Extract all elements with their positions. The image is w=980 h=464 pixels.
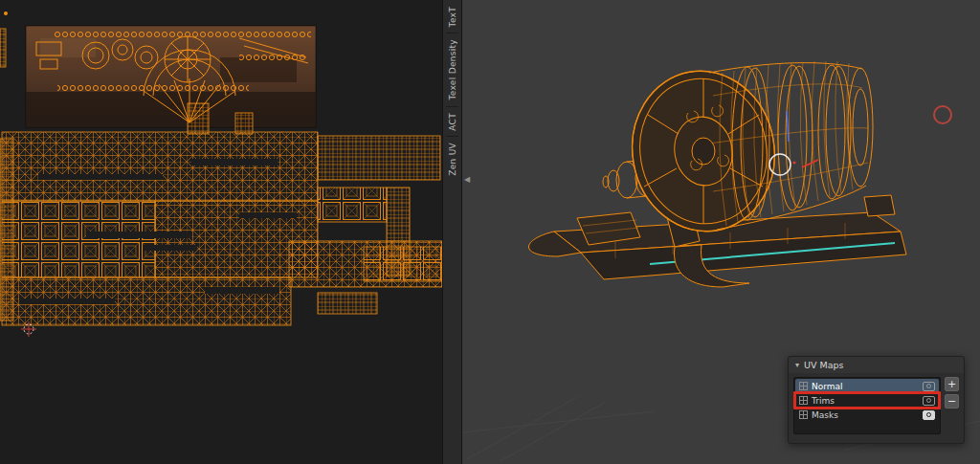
panel-expand-icon[interactable]: ▾ [795, 361, 799, 369]
remove-uv-map-button[interactable]: − [945, 394, 959, 409]
uv-map-row-masks[interactable]: Masks [795, 408, 939, 422]
uvmap-grid-icon [799, 382, 808, 390]
blender-window: TexT Texel Density ACT Zen UV ◀ [0, 0, 980, 464]
sidebar-tab-strip: TexT Texel Density ACT Zen UV [442, 0, 462, 464]
uv-wireframe [0, 0, 442, 464]
annotation-circle [934, 106, 951, 123]
uvmap-grid-icon [799, 396, 808, 405]
uvmap-grid-icon [799, 410, 808, 419]
uv-maps-panel-header[interactable]: ▾ UV Maps [789, 357, 964, 373]
uv-maps-operations: + − [945, 377, 959, 434]
model-wireframe [529, 59, 907, 287]
sidebar-tabs: TexT Texel Density ACT Zen UV [443, 0, 461, 182]
uv-map-label: Masks [812, 410, 838, 420]
sidebar-tab-textools[interactable]: TexT [448, 1, 457, 33]
uv-maps-list: Normal Trims Masks [793, 377, 941, 434]
selected-edge-highlight [802, 160, 818, 167]
uv-maps-panel: ▾ UV Maps Normal Trims Masks [788, 356, 965, 444]
sidebar-tab-texel-density[interactable]: Texel Density [448, 33, 457, 105]
camera-icon[interactable] [923, 382, 935, 391]
sidebar-collapse-arrow-icon[interactable]: ◀ [464, 175, 470, 184]
uv-map-label: Trims [812, 396, 835, 406]
uv-map-label: Normal [812, 382, 843, 391]
uv-map-row-normal[interactable]: Normal [795, 379, 939, 393]
uv-editor-panel[interactable] [0, 0, 442, 464]
camera-icon[interactable] [923, 396, 935, 406]
add-uv-map-button[interactable]: + [945, 377, 959, 391]
uv-maps-panel-title: UV Maps [804, 360, 843, 370]
texture-image [26, 26, 316, 127]
uv-map-row-trims[interactable]: Trims [795, 393, 939, 408]
sidebar-tab-zen-uv[interactable]: Zen UV [448, 137, 457, 182]
sidebar-tab-act[interactable]: ACT [448, 107, 457, 137]
camera-icon-active[interactable] [923, 410, 935, 420]
uv-maps-panel-body: Normal Trims Masks + − [789, 373, 964, 438]
